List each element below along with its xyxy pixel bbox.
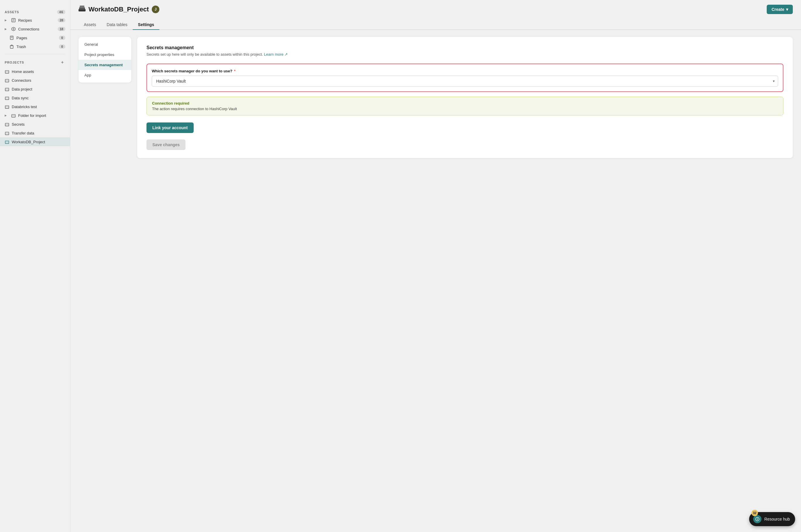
panel-title: Secrets management [147, 45, 783, 51]
sidebar-item-folder-for-import[interactable]: ▶ Folder for import [0, 111, 70, 120]
pages-label: Pages [16, 36, 27, 40]
workatodb-project-label: WorkatoDB_Project [12, 140, 45, 144]
svg-rect-9 [10, 46, 13, 48]
action-buttons: Link your account Save changes [147, 122, 783, 150]
connection-required-desc: The action requires connection to HashiC… [152, 107, 778, 111]
sidebar: ASSETS 46 ▶ Recipes 28 ▶ Connections 18 … [0, 0, 70, 532]
sidebar-item-home-assets[interactable]: Home assets [0, 67, 70, 76]
projects-label: PROJECTS [5, 61, 24, 64]
svg-point-44 [757, 518, 758, 518]
learn-more-link[interactable]: Learn more ↗ [264, 52, 288, 57]
sidebar-item-trash[interactable]: Trash 0 [0, 42, 70, 51]
projects-section-header: PROJECTS + [0, 58, 70, 67]
databricks-test-label: Databricks test [12, 104, 37, 109]
create-button[interactable]: Create ▾ [767, 5, 793, 14]
recipe-icon [11, 18, 16, 22]
connections-label: Connections [18, 27, 39, 31]
connections-icon [11, 27, 16, 31]
settings-nav-project-properties[interactable]: Project properties [78, 50, 131, 60]
panel-description: Secrets set up here will only be availab… [147, 52, 783, 57]
connectors-icon [5, 78, 9, 82]
resource-hub-label: Resource hub [764, 517, 790, 521]
create-btn-label: Create [771, 7, 784, 12]
connection-required-box: Connection required The action requires … [147, 97, 783, 115]
secrets-label: Secrets [12, 122, 25, 127]
svg-rect-34 [5, 133, 9, 135]
sidebar-item-recipes[interactable]: ▶ Recipes 28 [0, 16, 70, 25]
trash-icon [9, 44, 14, 49]
sidebar-item-connections[interactable]: ▶ Connections 18 [0, 25, 70, 33]
svg-rect-14 [5, 72, 9, 73]
svg-rect-19 [5, 89, 9, 91]
svg-rect-13 [5, 71, 9, 73]
svg-rect-37 [5, 141, 9, 144]
project-name: WorkatoDB_Project [89, 5, 149, 13]
assets-section-header: ASSETS 46 [0, 8, 70, 16]
svg-rect-16 [5, 80, 9, 82]
svg-rect-28 [12, 115, 15, 117]
sidebar-item-connectors[interactable]: Connectors [0, 76, 70, 85]
sidebar-item-data-sync[interactable]: Data sync [0, 93, 70, 102]
chevron-down-icon: ▾ [786, 7, 788, 12]
svg-rect-38 [5, 142, 9, 144]
resource-hub[interactable]: 32 Resource hub [749, 512, 795, 526]
transfer-data-icon [5, 131, 9, 135]
add-project-button[interactable]: + [59, 59, 65, 65]
databricks-test-icon [5, 104, 9, 109]
required-marker: * [234, 69, 235, 73]
transfer-data-label: Transfer data [12, 131, 34, 135]
project-title-area: WorkatoDB_Project J [78, 5, 159, 13]
data-sync-icon [5, 95, 9, 100]
svg-rect-26 [5, 107, 9, 108]
secrets-selector-box: Which secrets manager do you want to use… [147, 63, 783, 92]
svg-rect-17 [5, 81, 9, 82]
sidebar-item-transfer-data[interactable]: Transfer data [0, 129, 70, 137]
svg-rect-31 [5, 124, 9, 126]
page-header: WorkatoDB_Project J Create ▾ [70, 0, 801, 14]
recipes-badge: 28 [58, 18, 65, 22]
svg-rect-32 [5, 125, 9, 126]
secrets-icon [5, 122, 9, 127]
settings-nav-app[interactable]: App [78, 70, 131, 80]
trash-label: Trash [16, 44, 26, 49]
settings-nav-secrets-management[interactable]: Secrets management [78, 60, 131, 70]
sidebar-divider [5, 54, 65, 54]
svg-rect-11 [11, 45, 12, 46]
svg-rect-25 [5, 106, 9, 108]
resource-hub-icon [753, 515, 761, 523]
svg-point-5 [13, 28, 14, 30]
home-assets-icon [5, 69, 9, 74]
sidebar-item-databricks-test[interactable]: Databricks test [0, 102, 70, 111]
chevron-right-icon: ▶ [5, 19, 8, 22]
tab-settings[interactable]: Settings [133, 20, 159, 30]
recipes-label: Recipes [18, 18, 32, 22]
assets-count: 46 [57, 10, 65, 14]
secrets-manager-select[interactable]: HashiCorp Vault AWS Secrets Manager Azur… [152, 76, 778, 87]
svg-rect-20 [5, 90, 9, 91]
sidebar-item-data-project[interactable]: Data project [0, 85, 70, 93]
chevron-right-icon: ▶ [5, 27, 8, 31]
project-stack-icon [78, 5, 85, 13]
svg-rect-29 [12, 116, 15, 117]
pages-icon [9, 35, 14, 40]
tab-data-tables[interactable]: Data tables [101, 20, 133, 30]
settings-nav-general[interactable]: General [78, 39, 131, 50]
data-project-icon [5, 87, 9, 91]
sidebar-item-pages[interactable]: Pages 0 [0, 33, 70, 42]
content-area: General Project properties Secrets manag… [70, 30, 801, 532]
sidebar-item-workatodb-project[interactable]: WorkatoDB_Project [0, 137, 70, 146]
resource-hub-badge: 32 [751, 510, 758, 516]
settings-nav: General Project properties Secrets manag… [78, 37, 131, 82]
avatar: J [152, 5, 159, 13]
chevron-right-icon: ▶ [5, 114, 8, 117]
sidebar-item-secrets[interactable]: Secrets [0, 120, 70, 129]
save-changes-button[interactable]: Save changes [147, 139, 186, 150]
tabs-bar: Assets Data tables Settings [70, 16, 801, 30]
svg-rect-23 [5, 98, 9, 100]
link-account-button[interactable]: Link your account [147, 122, 194, 133]
tab-assets[interactable]: Assets [78, 20, 101, 30]
main-content: WorkatoDB_Project J Create ▾ Assets Data… [70, 0, 801, 532]
svg-rect-41 [80, 5, 84, 8]
pages-badge: 0 [59, 36, 65, 40]
connectors-label: Connectors [12, 78, 31, 82]
